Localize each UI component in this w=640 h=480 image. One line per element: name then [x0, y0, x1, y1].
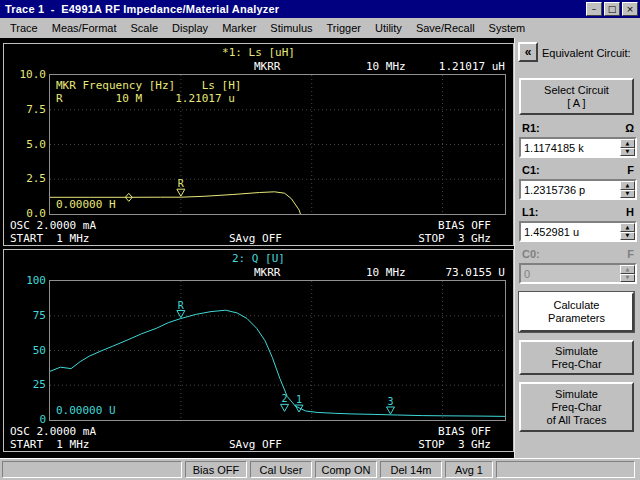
menu-item-stimulus[interactable]: Stimulus	[263, 20, 319, 36]
menubar: TraceMeas/FormatScaleDisplayMarkerStimul…	[0, 18, 640, 38]
y-axis-tick-label: 2.5	[14, 172, 46, 185]
field-spinner: ▲▼	[620, 223, 635, 240]
menu-item-save-recall[interactable]: Save/Recall	[409, 20, 482, 36]
field-l1: L1:H1.452981 u▲▼	[519, 206, 637, 246]
graph2-stop-frequency: STOP 3 GHz	[418, 438, 491, 451]
marker-label: R	[178, 300, 185, 311]
graph2-bias-status: BIAS OFF	[438, 425, 491, 438]
field-input: 0▲▼	[519, 263, 637, 284]
field-input[interactable]: 1.1174185 k▲▼	[519, 137, 637, 158]
menu-item-meas-format[interactable]: Meas/Format	[45, 20, 124, 36]
status-cell-avg-1: Avg 1	[445, 461, 493, 478]
field-spinner: ▲▼	[620, 265, 635, 282]
y-axis-tick-label: 25	[14, 378, 46, 391]
graph2-marker-label: MKRR	[254, 266, 281, 279]
field-input[interactable]: 1.2315736 p▲▼	[519, 179, 637, 200]
maximize-button[interactable]: □	[604, 2, 620, 16]
field-spinner: ▲▼	[620, 181, 635, 198]
y-axis-tick-label: 5.0	[14, 138, 46, 151]
select-circuit-button[interactable]: Select Circuit [ A ]	[519, 78, 634, 115]
marker-table-row: R 10 M 1.21017 u	[56, 92, 241, 105]
graph1-stop-frequency: STOP 3 GHz	[418, 232, 491, 245]
field-r1: R1:Ω1.1174185 k▲▼	[519, 122, 637, 162]
graph1-marker-label: MKRR	[254, 60, 281, 73]
field-c0: C0:F0▲▼	[519, 248, 637, 288]
graph2-sweep-average: SAvg OFF	[229, 438, 282, 451]
graph-panel-q: 2: Q [U] MKRR 10 MHz 73.0155 U R213 0.00…	[3, 249, 514, 452]
menu-item-system[interactable]: System	[482, 20, 533, 36]
spinner-up-button[interactable]: ▲	[620, 139, 635, 148]
y-axis-tick-label: 10.0	[14, 68, 46, 81]
y-axis-tick-label: 7.5	[14, 103, 46, 116]
graph1-reference-value: 0.00000 H	[56, 198, 116, 211]
marker-label: R	[178, 178, 185, 189]
triangle-marker-icon[interactable]	[386, 407, 394, 414]
collapse-sidebar-button[interactable]: «	[518, 42, 538, 62]
graph2-reference-value: 0.00000 U	[56, 404, 116, 417]
sidebar-title: Equivalent Circuit:	[542, 47, 631, 59]
field-label: C1:	[522, 164, 540, 178]
menu-item-display[interactable]: Display	[165, 20, 215, 36]
close-button[interactable]: ×	[622, 2, 638, 16]
marker-label: 3	[387, 396, 393, 407]
trace-line	[50, 310, 505, 416]
graph2-marker-frequency: 10 MHz	[366, 266, 406, 279]
window-controls: – □ ×	[586, 2, 638, 16]
graph1-marker-frequency: 10 MHz	[366, 60, 406, 73]
instrument-screen: *1: Ls [uH] MKRR 10 MHz 1.21017 uH R MKR…	[0, 38, 640, 458]
field-unit: Ω	[625, 122, 634, 136]
titlebar: Trace 1 - E4991A RF Impedance/Material A…	[0, 0, 640, 18]
field-input[interactable]: 1.452981 u▲▼	[519, 221, 637, 242]
spinner-down-button[interactable]: ▼	[620, 232, 635, 241]
field-unit: F	[627, 248, 634, 262]
spinner-up-button[interactable]: ▲	[620, 181, 635, 190]
minimize-button[interactable]: –	[586, 2, 602, 16]
spinner-down-button[interactable]: ▼	[620, 190, 635, 199]
field-value: 1.2315736 p	[521, 181, 620, 198]
field-unit: H	[626, 206, 634, 220]
triangle-marker-icon[interactable]	[177, 311, 185, 318]
graph2-title: 2: Q [U]	[4, 252, 513, 265]
status-cell-bias-off: Bias OFF	[185, 461, 247, 478]
graph1-marker-table: MKR Frequency [Hz] Ls [H] R 10 M 1.21017…	[56, 79, 241, 105]
menu-item-utility[interactable]: Utility	[368, 20, 409, 36]
statusbar: Bias OFFCal UserComp ONDel 14mAvg 1	[0, 458, 640, 480]
graph1-sweep-average: SAvg OFF	[229, 232, 282, 245]
y-axis-tick-label: 100	[14, 274, 46, 287]
graph1-bias-status: BIAS OFF	[438, 219, 491, 232]
status-cell-empty	[496, 461, 635, 478]
graph2-trace-svg: R213	[50, 281, 505, 420]
menu-item-marker[interactable]: Marker	[215, 20, 263, 36]
menu-item-trigger[interactable]: Trigger	[320, 20, 368, 36]
marker-label: 2	[282, 393, 288, 404]
marker-label: 1	[296, 394, 302, 405]
triangle-marker-icon[interactable]	[281, 404, 289, 411]
spinner-up-button[interactable]: ▲	[620, 223, 635, 232]
graph1-plot-area[interactable]: R MKR Frequency [Hz] Ls [H] R 10 M 1.210…	[49, 74, 506, 215]
field-c1: C1:F1.2315736 p▲▼	[519, 164, 637, 204]
field-unit: F	[627, 164, 634, 178]
spinner-down-button[interactable]: ▼	[620, 148, 635, 157]
softkey-sidebar: « Equivalent Circuit: Select Circuit [ A…	[514, 38, 640, 458]
field-value: 0	[521, 265, 620, 282]
spinner-down-button: ▼	[620, 274, 635, 283]
calculate-parameters-button[interactable]: Calculate Parameters	[519, 292, 634, 332]
field-label: R1:	[522, 122, 540, 136]
simulate-freq-char-all-traces-button[interactable]: Simulate Freq-Char of All Traces	[519, 382, 634, 432]
status-cell-empty	[2, 461, 182, 478]
field-value: 1.1174185 k	[521, 139, 620, 156]
graph2-plot-area[interactable]: R213 0.00000 U	[49, 280, 506, 421]
field-value: 1.452981 u	[521, 223, 620, 240]
simulate-freq-char-button[interactable]: Simulate Freq-Char	[519, 340, 634, 375]
graph-panel-ls: *1: Ls [uH] MKRR 10 MHz 1.21017 uH R MKR…	[3, 43, 514, 246]
graph2-start-frequency: START 1 MHz	[10, 438, 89, 451]
graph2-marker-value: 73.0155 U	[445, 266, 505, 279]
field-label: C0:	[522, 248, 540, 262]
window-title: Trace 1 - E4991A RF Impedance/Material A…	[5, 3, 279, 15]
y-axis-tick-label: 75	[14, 309, 46, 322]
y-axis-tick-label: 0.0	[14, 207, 46, 220]
y-axis-tick-label: 50	[14, 344, 46, 357]
graph1-start-frequency: START 1 MHz	[10, 232, 89, 245]
menu-item-scale[interactable]: Scale	[124, 20, 166, 36]
menu-item-trace[interactable]: Trace	[3, 20, 45, 36]
